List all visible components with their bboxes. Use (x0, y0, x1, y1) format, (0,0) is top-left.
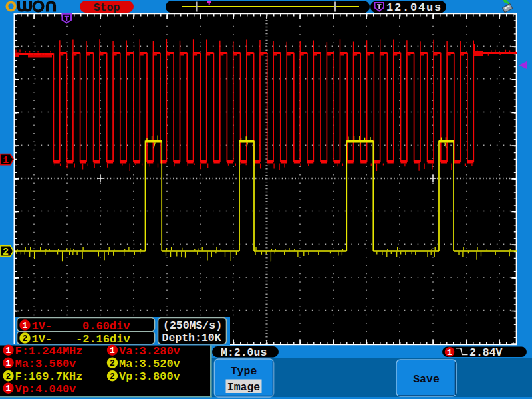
svg-text:1: 1 (3, 155, 9, 166)
svg-text:2: 2 (110, 372, 115, 382)
svg-text:2: 2 (3, 247, 9, 258)
svg-text:1V-: 1V- (32, 333, 53, 346)
svg-text:1: 1 (110, 346, 115, 356)
svg-text:(250MS/s): (250MS/s) (163, 319, 222, 332)
svg-text:1V-: 1V- (32, 320, 53, 332)
svg-text:Depth:10K: Depth:10K (162, 332, 221, 344)
svg-text:2: 2 (23, 334, 28, 344)
svg-text:1: 1 (6, 384, 11, 394)
svg-text:1: 1 (6, 358, 11, 368)
svg-text:Stop: Stop (94, 1, 120, 14)
svg-text:Va:3.280v: Va:3.280v (119, 345, 180, 358)
svg-text:Vp:4.040v: Vp:4.040v (15, 383, 76, 396)
svg-text:Ma:3.560v: Ma:3.560v (15, 358, 76, 370)
svg-text:2: 2 (6, 372, 11, 382)
svg-text:2: 2 (110, 358, 115, 368)
svg-text:F:169.7KHz: F:169.7KHz (15, 370, 83, 383)
svg-text:F:1.244MHz: F:1.244MHz (15, 345, 83, 358)
svg-text:-2.16div: -2.16div (76, 333, 130, 346)
svg-text:1: 1 (23, 321, 28, 331)
svg-text:1: 1 (6, 346, 11, 356)
svg-text:1: 1 (447, 348, 452, 358)
svg-text:Save: Save (413, 373, 440, 386)
svg-text:Type: Type (231, 365, 257, 378)
svg-text:Ma:3.520v: Ma:3.520v (119, 358, 180, 370)
svg-text:0.60div: 0.60div (82, 320, 130, 332)
svg-text:Image: Image (227, 381, 261, 394)
svg-text:M:2.0us: M:2.0us (221, 346, 267, 359)
svg-text:2.84V: 2.84V (469, 346, 503, 359)
svg-text:Vp:3.800v: Vp:3.800v (119, 370, 180, 383)
svg-text:12.04us: 12.04us (386, 1, 442, 14)
